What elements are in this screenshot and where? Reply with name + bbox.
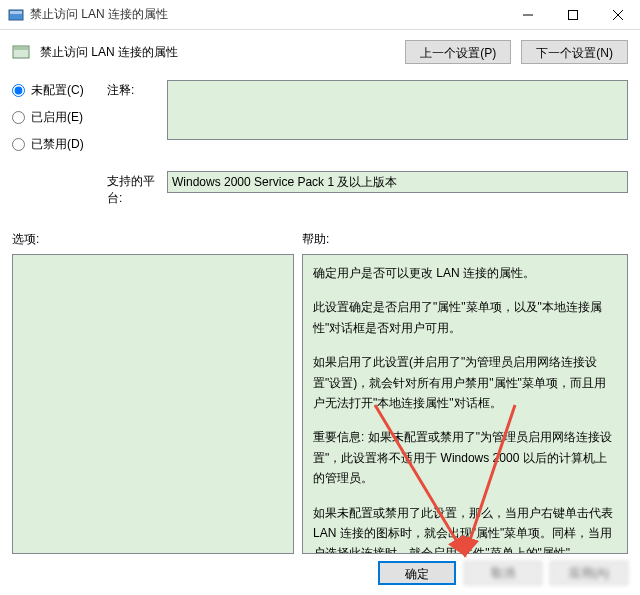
help-text: 如果未配置或禁用了此设置，那么，当用户右键单击代表 LAN 连接的图标时，就会出… <box>313 503 617 554</box>
radio-not-configured-input[interactable] <box>12 84 25 97</box>
radio-enabled[interactable]: 已启用(E) <box>12 109 107 126</box>
help-text: 此设置确定是否启用了"属性"菜单项，以及"本地连接属性"对话框是否对用户可用。 <box>313 297 617 338</box>
cancel-button[interactable]: 取消 <box>464 561 542 585</box>
platform-field: Windows 2000 Service Pack 1 及以上版本 <box>167 171 628 193</box>
titlebar: 禁止访问 LAN 连接的属性 <box>0 0 640 30</box>
svg-rect-3 <box>568 10 577 19</box>
radio-disabled-label: 已禁用(D) <box>31 136 84 153</box>
help-text: 重要信息: 如果未配置或禁用了"为管理员启用网络连接设置"，此设置将不适用于 W… <box>313 427 617 488</box>
comment-textarea[interactable] <box>167 80 628 140</box>
help-label: 帮助: <box>302 231 628 248</box>
platform-label: 支持的平台: <box>107 171 167 207</box>
radio-not-configured-label: 未配置(C) <box>31 82 84 99</box>
footer-buttons: 确定 取消 应用(A) <box>378 561 628 585</box>
options-panel <box>12 254 294 554</box>
radio-group: 未配置(C) 已启用(E) 已禁用(D) <box>12 80 107 163</box>
apply-button[interactable]: 应用(A) <box>550 561 628 585</box>
header-row: 禁止访问 LAN 连接的属性 上一个设置(P) 下一个设置(N) <box>12 40 628 64</box>
policy-title: 禁止访问 LAN 连接的属性 <box>40 44 395 61</box>
radio-enabled-label: 已启用(E) <box>31 109 83 126</box>
titlebar-title: 禁止访问 LAN 连接的属性 <box>30 6 505 23</box>
help-text: 确定用户是否可以更改 LAN 连接的属性。 <box>313 263 617 283</box>
radio-enabled-input[interactable] <box>12 111 25 124</box>
help-panel[interactable]: 确定用户是否可以更改 LAN 连接的属性。 此设置确定是否启用了"属性"菜单项，… <box>302 254 628 554</box>
radio-disabled[interactable]: 已禁用(D) <box>12 136 107 153</box>
svg-rect-7 <box>14 47 28 50</box>
app-icon <box>8 7 24 23</box>
prev-setting-button[interactable]: 上一个设置(P) <box>405 40 511 64</box>
svg-rect-1 <box>10 11 22 14</box>
comment-label: 注释: <box>107 80 167 99</box>
options-label: 选项: <box>12 231 302 248</box>
next-setting-button[interactable]: 下一个设置(N) <box>521 40 628 64</box>
ok-button[interactable]: 确定 <box>378 561 456 585</box>
minimize-button[interactable] <box>505 0 550 29</box>
help-text: 如果启用了此设置(并启用了"为管理员启用网络连接设置"设置)，就会针对所有用户禁… <box>313 352 617 413</box>
radio-not-configured[interactable]: 未配置(C) <box>12 82 107 99</box>
maximize-button[interactable] <box>550 0 595 29</box>
close-button[interactable] <box>595 0 640 29</box>
radio-disabled-input[interactable] <box>12 138 25 151</box>
policy-icon <box>12 43 30 61</box>
